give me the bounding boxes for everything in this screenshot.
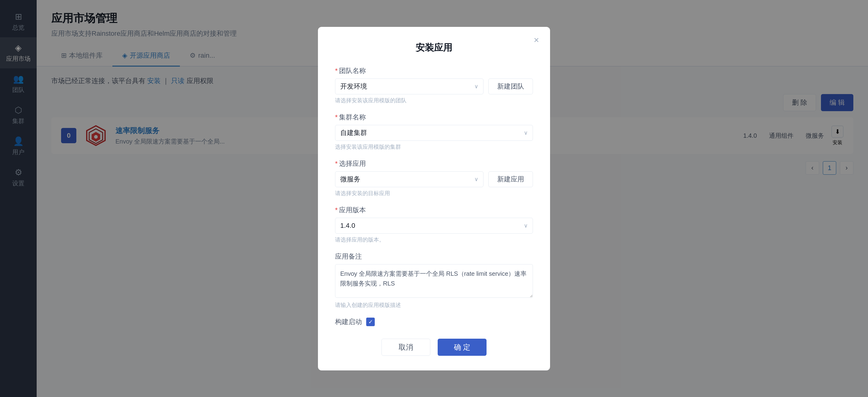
notes-textarea[interactable]: [335, 264, 533, 298]
app-select-value: 微服务: [340, 175, 361, 184]
form-group-notes: 应用备注 请输入创建的应用模版描述: [335, 252, 533, 309]
build-start-label: 构建启动: [335, 317, 362, 327]
version-label: * 应用版本: [335, 206, 533, 215]
new-app-button[interactable]: 新建应用: [488, 171, 533, 187]
cluster-name-hint: 选择安装该应用模版的集群: [335, 143, 533, 151]
modal-footer: 取消 确 定: [335, 339, 533, 356]
confirm-button[interactable]: 确 定: [438, 339, 487, 356]
modal-close-button[interactable]: ×: [533, 35, 539, 44]
select-app-label: * 选择应用: [335, 159, 533, 168]
team-name-hint: 请选择安装该应用模版的团队: [335, 97, 533, 104]
required-marker-team: *: [335, 67, 338, 75]
cancel-button[interactable]: 取消: [381, 339, 430, 356]
form-group-select-app: * 选择应用 微服务 ∨ 新建应用 请选择安装的目标应用: [335, 159, 533, 197]
team-name-label: * 团队名称: [335, 66, 533, 75]
cluster-name-label: * 集群名称: [335, 113, 533, 122]
version-label-text: 应用版本: [339, 206, 366, 215]
install-modal: 安装应用 × * 团队名称 开发环境 ∨ 新建团队 请选择安装该应用模版的团队 …: [318, 27, 550, 370]
version-value: 1.4.0: [340, 222, 355, 230]
version-chevron: ∨: [524, 222, 528, 229]
team-name-select[interactable]: 开发环境 ∨: [335, 79, 484, 94]
cluster-select-chevron: ∨: [524, 129, 528, 136]
team-name-value: 开发环境: [340, 82, 367, 91]
notes-hint: 请输入创建的应用模版描述: [335, 301, 533, 309]
form-group-cluster: * 集群名称 自建集群 ∨ 选择安装该应用模版的集群: [335, 113, 533, 151]
notes-label: 应用备注: [335, 252, 533, 261]
modal-title: 安装应用: [335, 41, 533, 54]
new-team-button[interactable]: 新建团队: [488, 79, 533, 94]
team-select-chevron: ∨: [474, 83, 478, 90]
version-hint: 请选择应用的版本。: [335, 236, 533, 243]
build-start-checkbox[interactable]: ✓: [366, 317, 375, 326]
app-select[interactable]: 微服务 ∨: [335, 171, 484, 187]
select-app-hint: 请选择安装的目标应用: [335, 190, 533, 197]
team-name-label-text: 团队名称: [339, 66, 366, 75]
build-start-row: 构建启动 ✓: [335, 317, 533, 327]
select-app-label-text: 选择应用: [339, 159, 366, 168]
required-marker-cluster: *: [335, 113, 338, 121]
form-group-version: * 应用版本 1.4.0 ∨ 请选择应用的版本。: [335, 206, 533, 243]
version-row: 1.4.0 ∨: [335, 218, 533, 234]
cluster-name-label-text: 集群名称: [339, 113, 366, 122]
team-name-row: 开发环境 ∨ 新建团队: [335, 79, 533, 94]
select-app-row: 微服务 ∨ 新建应用: [335, 171, 533, 187]
required-marker-version: *: [335, 206, 338, 214]
required-marker-app: *: [335, 160, 338, 167]
form-group-team: * 团队名称 开发环境 ∨ 新建团队 请选择安装该应用模版的团队: [335, 66, 533, 104]
cluster-name-value: 自建集群: [340, 128, 367, 138]
app-select-chevron: ∨: [474, 176, 478, 183]
cluster-name-row: 自建集群 ∨: [335, 125, 533, 141]
version-select[interactable]: 1.4.0 ∨: [335, 218, 533, 234]
modal-overlay: 安装应用 × * 团队名称 开发环境 ∨ 新建团队 请选择安装该应用模版的团队 …: [0, 0, 868, 397]
cluster-name-select[interactable]: 自建集群 ∨: [335, 125, 533, 141]
notes-label-text: 应用备注: [335, 252, 362, 261]
